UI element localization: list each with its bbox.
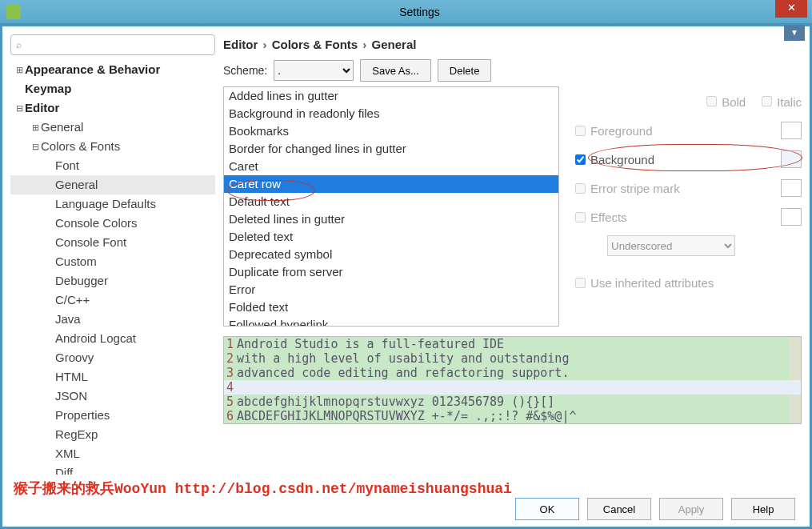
tree-item-label: General — [55, 175, 98, 194]
settings-tree[interactable]: ⊞Appearance & BehaviorKeymap⊟Editor⊞Gene… — [10, 60, 215, 475]
attribute-item[interactable]: Bookmarks — [224, 122, 558, 140]
tree-item[interactable]: JSON — [10, 387, 215, 406]
tree-item-label: Editor — [25, 98, 59, 118]
attribute-item[interactable]: Followed hyperlink — [224, 316, 558, 327]
search-icon: ⌕ — [16, 39, 22, 50]
effects-label: Effects — [590, 210, 627, 224]
line-number: 6 — [224, 409, 237, 423]
search-box[interactable]: ⌕ — [10, 34, 215, 55]
tree-toggle-icon: ⊞ — [30, 118, 41, 137]
close-button[interactable]: ✕ — [775, 0, 807, 18]
attribute-item[interactable]: Folded text — [224, 299, 558, 316]
attribute-item[interactable]: Duplicate from server — [224, 263, 558, 281]
inherit-checkbox[interactable] — [575, 278, 586, 288]
help-button[interactable]: Help — [731, 498, 795, 520]
tree-item-label: Console Font — [55, 233, 126, 252]
tree-item[interactable]: Font — [10, 156, 215, 175]
tree-item[interactable]: Keymap — [10, 79, 215, 98]
background-swatch[interactable] — [781, 150, 802, 168]
tree-item-label: Font — [55, 156, 79, 175]
line-number: 4 — [224, 380, 237, 395]
attribute-item[interactable]: Default text — [224, 193, 558, 210]
search-input[interactable] — [25, 39, 210, 50]
italic-checkbox[interactable] — [762, 96, 772, 106]
tree-item[interactable]: Debugger — [10, 271, 215, 291]
errorstripe-checkbox[interactable] — [575, 183, 586, 194]
titlebar: Settings ✕ — [0, 0, 812, 24]
tree-item-label: Diff — [55, 463, 73, 475]
preview-line: 4 — [224, 380, 801, 395]
breadcrumb-sep: › — [262, 38, 269, 51]
errorstripe-swatch[interactable] — [781, 179, 802, 197]
attribute-item[interactable]: Caret row — [224, 175, 558, 193]
gutter-marks — [790, 351, 801, 366]
save-as-button[interactable]: Save As... — [360, 59, 431, 82]
tree-item-label: XML — [55, 444, 80, 463]
tree-item-label: Android Logcat — [55, 329, 136, 348]
tree-item[interactable]: Groovy — [10, 348, 215, 367]
tree-item[interactable]: Java — [10, 310, 215, 329]
tree-item[interactable]: Language Defaults — [10, 194, 215, 214]
preview-line: 6ABCDEFGHIJKLMNOPQRSTUVWXYZ +-*/= .,;:!?… — [224, 409, 801, 423]
tree-item[interactable]: RegExp — [10, 425, 215, 444]
tree-item[interactable]: General — [10, 175, 215, 194]
tree-item-label: Console Colors — [55, 214, 138, 233]
bold-checkbox[interactable] — [706, 96, 717, 106]
tree-item[interactable]: Android Logcat — [10, 329, 215, 348]
attribute-item[interactable]: Deleted text — [224, 228, 558, 246]
tree-item[interactable]: Diff — [10, 463, 215, 475]
tree-item[interactable]: Custom — [10, 252, 215, 271]
foreground-swatch[interactable] — [781, 122, 802, 139]
attribute-item[interactable]: Deleted lines in gutter — [224, 210, 558, 228]
tree-item-label: Debugger — [55, 271, 108, 291]
tree-item-label: Custom — [55, 252, 97, 271]
app-icon — [6, 5, 21, 19]
line-number: 5 — [224, 395, 237, 409]
tree-item[interactable]: ⊞General — [10, 118, 215, 137]
tree-item-label: Colors & Fonts — [41, 137, 120, 156]
tree-item-label: C/C++ — [55, 291, 90, 310]
dialog-frame: ▼ ⌕ ⊞Appearance & BehaviorKeymap⊟Editor⊞… — [0, 24, 812, 529]
tree-item[interactable]: Console Font — [10, 233, 215, 252]
apply-button[interactable]: Apply — [659, 498, 723, 520]
tree-item[interactable]: ⊟Editor — [10, 98, 215, 118]
background-label: Background — [590, 153, 654, 166]
preview-code: Android Studio is a full-featured IDE — [237, 337, 790, 351]
attribute-item[interactable]: Added lines in gutter — [224, 87, 558, 105]
tree-item-label: Appearance & Behavior — [25, 60, 160, 79]
gutter-marks — [790, 337, 801, 351]
preview-line: 3advanced code editing and refactoring s… — [224, 366, 801, 380]
dropdown-titlebar-button[interactable]: ▼ — [784, 25, 805, 41]
dialog-buttons: OK Cancel Apply Help — [515, 498, 795, 520]
cancel-button[interactable]: Cancel — [587, 498, 651, 520]
attribute-item[interactable]: Border for changed lines in gutter — [224, 140, 558, 158]
delete-button[interactable]: Delete — [438, 59, 492, 82]
tree-item[interactable]: HTML — [10, 367, 215, 387]
attribute-item[interactable]: Error — [224, 281, 558, 299]
tree-item[interactable]: ⊟Colors & Fonts — [10, 137, 215, 156]
effects-swatch[interactable] — [781, 208, 802, 226]
tree-item-label: RegExp — [55, 425, 98, 444]
attributes-list[interactable]: Added lines in gutterBackground in reado… — [223, 86, 559, 327]
tree-toggle-icon: ⊟ — [14, 98, 25, 118]
tree-toggle-icon: ⊟ — [30, 137, 41, 156]
background-checkbox[interactable] — [575, 154, 586, 165]
tree-toggle-icon: ⊞ — [14, 60, 25, 79]
effect-type-select[interactable]: Underscored — [607, 235, 735, 256]
tree-item[interactable]: XML — [10, 444, 215, 463]
watermark-text: 猴子搬来的救兵WooYun http://blog.csdn.net/mynam… — [14, 479, 512, 498]
tree-item[interactable]: C/C++ — [10, 291, 215, 310]
inherit-label: Use inherited attributes — [590, 276, 714, 290]
tree-item[interactable]: Console Colors — [10, 214, 215, 233]
tree-item[interactable]: Properties — [10, 406, 215, 425]
ok-button[interactable]: OK — [515, 498, 579, 520]
preview-pane: 1Android Studio is a full-featured IDE2w… — [223, 336, 802, 424]
tree-item[interactable]: ⊞Appearance & Behavior — [10, 60, 215, 79]
preview-line: 1Android Studio is a full-featured IDE — [224, 337, 801, 351]
foreground-checkbox[interactable] — [575, 126, 586, 136]
attribute-item[interactable]: Deprecated symbol — [224, 246, 558, 263]
attribute-item[interactable]: Caret — [224, 158, 558, 175]
effects-checkbox[interactable] — [575, 212, 586, 222]
attribute-item[interactable]: Background in readonly files — [224, 105, 558, 122]
scheme-select[interactable]: . — [274, 60, 354, 81]
